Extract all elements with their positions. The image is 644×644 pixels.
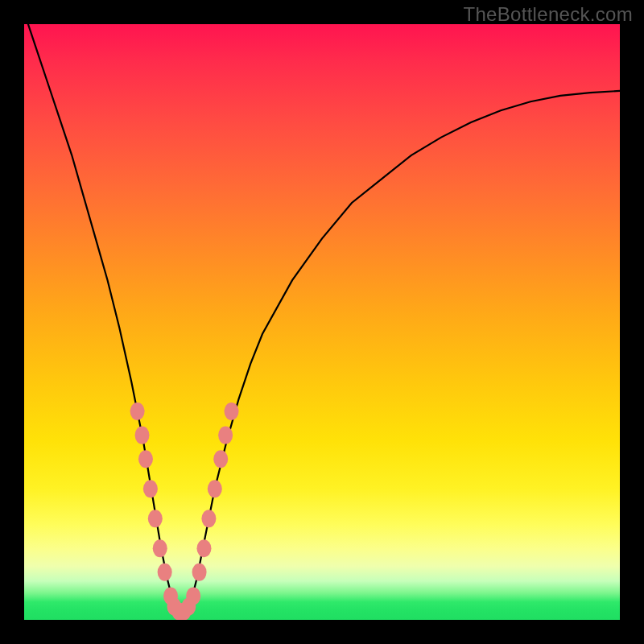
watermark-text: TheBottleneck.com: [463, 3, 633, 26]
marker-dot: [148, 510, 163, 527]
plot-area: [24, 24, 620, 620]
marker-dot: [153, 539, 167, 557]
marker-dot: [192, 564, 207, 581]
marker-dot: [130, 402, 145, 420]
marker-dot: [213, 450, 228, 468]
chart-svg: [24, 24, 620, 620]
marker-dot: [225, 402, 239, 420]
marker-dot: [143, 480, 158, 497]
marker-dots-group: [130, 402, 239, 620]
marker-dot: [135, 427, 150, 444]
marker-dot: [218, 427, 233, 444]
chart-frame: TheBottleneck.com: [0, 0, 644, 644]
marker-dot: [158, 564, 172, 581]
marker-dot: [196, 539, 211, 557]
marker-dot: [186, 587, 200, 605]
marker-dot: [138, 450, 153, 468]
marker-dot: [201, 510, 216, 527]
bottleneck-curve-path: [24, 24, 620, 614]
marker-dot: [208, 480, 222, 497]
